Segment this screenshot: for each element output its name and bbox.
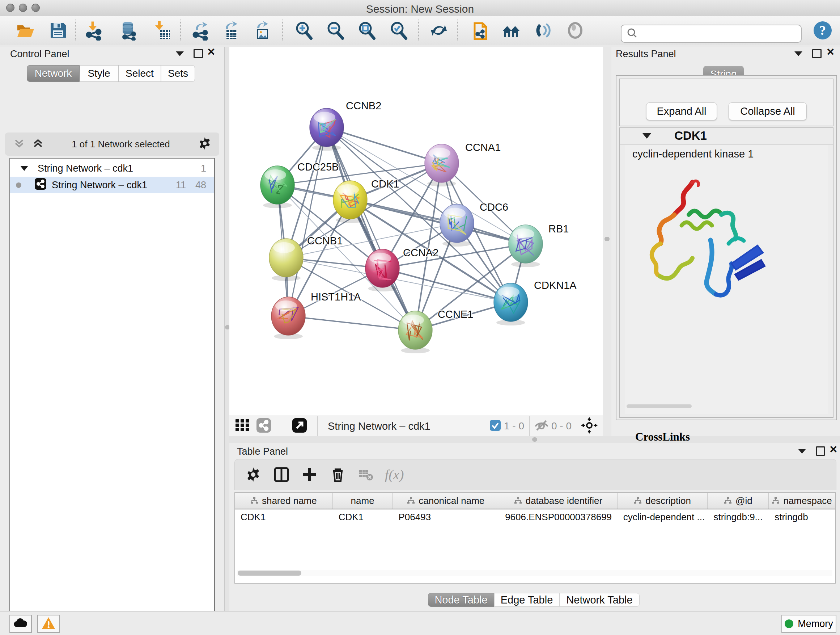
open-session-icon[interactable]: [15, 20, 35, 41]
expand-all-button[interactable]: Expand All: [646, 103, 717, 120]
column-header-canonical-name[interactable]: canonical name: [393, 493, 499, 509]
create-column-icon[interactable]: [300, 465, 319, 485]
network-node-CCNE1[interactable]: [398, 311, 432, 353]
network-node-CDC25B[interactable]: [261, 166, 294, 208]
splitter-handle[interactable]: [605, 237, 609, 241]
table-cell[interactable]: stringdb: [769, 509, 835, 524]
network-edge-CCNB2-HIST1H1A: [288, 127, 327, 316]
horizontal-splitter[interactable]: [229, 436, 840, 443]
import-table-from-file-icon[interactable]: [152, 20, 172, 41]
tab-node-table[interactable]: Node Table: [428, 593, 494, 607]
control-panel-maximize-icon[interactable]: [194, 49, 203, 58]
selected-counts: 1 - 0: [504, 420, 524, 432]
collapse-all-trees-icon[interactable]: [32, 137, 44, 151]
network-row-selected[interactable]: String Network – cdk1 11 48: [10, 177, 214, 193]
results-panel-float-icon[interactable]: [794, 51, 802, 56]
warnings-button[interactable]: [37, 615, 60, 633]
table-cell[interactable]: CDK1: [333, 509, 393, 524]
network-share-icon[interactable]: [256, 418, 271, 434]
table-panel-close-icon[interactable]: ✕: [829, 446, 837, 454]
search-input[interactable]: [641, 28, 801, 40]
collection-expander-icon[interactable]: [20, 166, 28, 171]
tab-sets[interactable]: Sets: [161, 65, 195, 82]
network-node-RB1[interactable]: [508, 225, 543, 267]
presentation-sphere-icon[interactable]: [565, 20, 585, 41]
table-cell[interactable]: stringdb:9...: [707, 509, 769, 524]
delete-column-icon[interactable]: [328, 465, 347, 485]
column-header-database-identifier[interactable]: database identifier: [499, 493, 617, 509]
search-box: [621, 25, 802, 43]
table-panel-title: Table Panel: [237, 446, 288, 457]
apply-layout-icon[interactable]: [429, 20, 449, 41]
results-panel-close-icon[interactable]: ✕: [826, 48, 835, 56]
network-options-gear-icon[interactable]: [197, 136, 212, 152]
tab-select[interactable]: Select: [118, 65, 161, 82]
save-session-icon[interactable]: [48, 20, 68, 41]
column-header-name[interactable]: name: [333, 493, 393, 509]
control-panel-title: Control Panel: [10, 49, 69, 60]
birds-eye-view-icon[interactable]: [235, 418, 250, 434]
hidden-elements-icon[interactable]: [534, 419, 549, 433]
network-node-CCNA1[interactable]: [425, 144, 459, 187]
import-network-from-database-icon[interactable]: [118, 20, 139, 41]
table-panel-float-icon[interactable]: [798, 449, 806, 454]
zoom-out-icon[interactable]: [325, 20, 346, 41]
tab-network[interactable]: Network: [27, 65, 80, 82]
expand-all-trees-icon[interactable]: [13, 137, 25, 151]
tab-edge-table[interactable]: Edge Table: [494, 593, 559, 607]
table-cell[interactable]: cyclin-dependent ...: [617, 509, 708, 524]
column-header--id[interactable]: @id: [707, 493, 769, 509]
zoom-selected-icon[interactable]: [388, 20, 409, 41]
import-network-from-file-icon[interactable]: [84, 20, 104, 41]
show-column-icon[interactable]: [272, 465, 291, 485]
column-type-icon: [250, 497, 258, 505]
export-image-icon[interactable]: [252, 20, 272, 41]
network-node-HIST1H1A[interactable]: [271, 297, 305, 339]
tab-network-table[interactable]: Network Table: [559, 593, 639, 607]
memory-button[interactable]: Memory: [782, 615, 836, 633]
cloud-status-button[interactable]: [9, 615, 32, 633]
network-node-CCNB2[interactable]: [309, 108, 344, 150]
network-collection-row[interactable]: String Network – cdk1 1: [10, 160, 214, 177]
search-icon: [627, 27, 638, 40]
share-document-icon[interactable]: [471, 20, 491, 41]
export-network-icon[interactable]: [191, 20, 211, 41]
home-icon[interactable]: [501, 20, 521, 41]
scrollbar-thumb[interactable]: [238, 570, 302, 576]
zoom-in-icon[interactable]: [294, 20, 314, 41]
export-table-icon[interactable]: [221, 20, 242, 41]
network-canvas[interactable]: CCNB2CCNA1CDC25BCDK1CDC6RB1CCNB1CCNA2CDK…: [229, 47, 603, 416]
column-header-namespace[interactable]: namespace: [769, 493, 835, 509]
horizontal-scrollbar-thumb[interactable]: [627, 404, 692, 408]
table-cell[interactable]: P06493: [393, 509, 499, 524]
toolbar-separator: [282, 19, 283, 41]
table-cell[interactable]: CDK1: [235, 509, 333, 524]
network-node-CCNB1[interactable]: [269, 239, 303, 281]
window-title: Session: New Session: [0, 3, 840, 15]
column-header-description[interactable]: description: [617, 493, 708, 509]
section-expander-icon[interactable]: [643, 133, 651, 139]
network-node-CCNA2[interactable]: [365, 249, 399, 291]
control-panel-close-icon[interactable]: ✕: [207, 48, 215, 56]
help-icon[interactable]: ?: [813, 20, 833, 41]
table-panel-maximize-icon[interactable]: [816, 447, 825, 456]
open-in-new-window-icon[interactable]: [292, 418, 307, 434]
tab-style[interactable]: Style: [80, 65, 118, 82]
show-hide-details-icon[interactable]: [532, 20, 553, 41]
zoom-fit-icon[interactable]: [357, 20, 377, 41]
table-options-gear-icon[interactable]: [243, 465, 263, 485]
network-status-dot: [16, 182, 21, 188]
results-panel-maximize-icon[interactable]: [812, 49, 821, 58]
table-row[interactable]: CDK1CDK1P064939606.ENSP00000378699cyclin…: [235, 509, 835, 524]
network-node-CDKN1A[interactable]: [494, 283, 528, 325]
collapse-all-button[interactable]: Collapse All: [729, 103, 807, 120]
selected-checkbox-icon[interactable]: [489, 420, 501, 432]
pan-mode-icon[interactable]: [581, 417, 598, 435]
splitter-handle[interactable]: [532, 437, 537, 442]
column-header-shared-name[interactable]: shared name: [235, 493, 333, 509]
table-cell[interactable]: 9606.ENSP00000378699: [499, 509, 617, 524]
table-horizontal-scrollbar[interactable]: [237, 570, 832, 576]
table-panel: Table Panel ✕ f(x) shared namenamecanoni…: [229, 443, 840, 611]
right-panel-splitter[interactable]: [603, 47, 611, 436]
control-panel-float-icon[interactable]: [176, 51, 184, 56]
